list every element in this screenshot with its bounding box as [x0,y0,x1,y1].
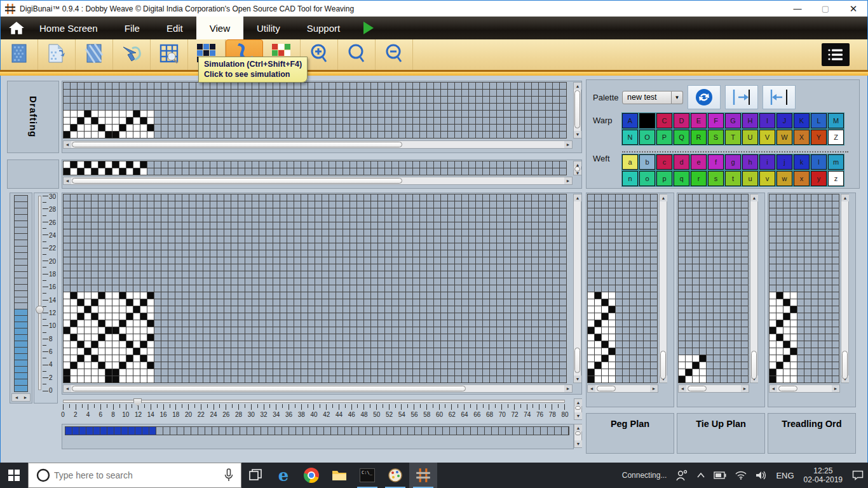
grid-cell[interactable] [85,299,91,306]
grid-cell[interactable] [385,97,391,103]
grid-cell[interactable] [301,306,308,313]
grid-cell[interactable] [168,327,175,334]
grid-cell[interactable] [203,271,210,278]
grid-cell[interactable] [217,348,224,355]
grid-cell[interactable] [832,222,839,229]
scroll-down-arrow[interactable]: ▼ [574,131,581,138]
grid-cell[interactable] [783,285,790,292]
grid-cell[interactable] [790,334,797,341]
grid-cell[interactable] [315,243,322,250]
scroll-up-arrow[interactable]: ▲ [574,424,582,431]
grid-cell[interactable] [434,201,440,208]
grid-cell[interactable] [217,271,224,278]
grid-cell[interactable] [224,292,231,299]
grid-cell[interactable] [273,271,280,278]
grid-cell[interactable] [259,83,266,89]
grid-cell[interactable] [343,278,349,285]
grid-cell[interactable] [350,208,356,215]
grid-cell[interactable] [770,299,776,306]
grid-cell[interactable] [168,222,175,229]
grid-cell[interactable] [231,83,238,89]
grid-cell[interactable] [420,161,426,168]
grid-cell[interactable] [623,341,629,348]
grid-cell[interactable] [210,257,217,264]
grid-cell[interactable] [133,334,140,341]
grid-cell[interactable] [273,376,280,383]
grid-cell[interactable] [525,334,531,341]
grid-cell[interactable] [560,306,566,313]
grid-cell[interactable] [462,194,468,201]
grid-cell[interactable] [406,299,412,306]
grid-cell[interactable] [280,161,287,168]
grid-cell[interactable] [64,132,70,138]
grid-cell[interactable] [371,222,377,229]
grid-cell[interactable] [483,355,489,362]
grid-cell[interactable] [301,125,308,131]
grid-cell[interactable] [539,257,545,264]
grid-cell[interactable] [203,334,210,341]
grid-cell[interactable] [203,161,210,168]
grid-cell[interactable] [511,118,517,124]
grid-cell[interactable] [140,168,147,175]
grid-cell[interactable] [490,313,496,320]
grid-cell[interactable] [140,194,147,201]
grid-cell[interactable] [462,362,468,369]
grid-cell[interactable] [224,118,231,124]
grid-cell[interactable] [294,271,301,278]
grid-cell[interactable] [525,355,531,362]
warp-bar-cell[interactable] [513,427,519,435]
grid-cell[interactable] [203,83,210,89]
grid-cell[interactable] [378,236,384,243]
grid-cell[interactable] [783,257,790,264]
grid-cell[interactable] [595,348,601,355]
grid-cell[interactable] [343,90,349,96]
grid-cell[interactable] [504,222,510,229]
grid-cell[interactable] [462,341,468,348]
grid-cell[interactable] [518,243,524,250]
grid-cell[interactable] [811,229,818,236]
grid-cell[interactable] [790,229,797,236]
grid-cell[interactable] [420,111,426,117]
grid-cell[interactable] [210,215,217,222]
grid-cell[interactable] [301,83,308,89]
grid-cell[interactable] [679,257,685,264]
grid-cell[interactable] [119,236,126,243]
grid-cell[interactable] [245,292,252,299]
grid-cell[interactable] [294,161,301,168]
scroll-up-arrow[interactable]: ▲ [841,194,849,201]
grid-cell[interactable] [427,236,433,243]
grid-cell[interactable] [825,201,832,208]
grid-cell[interactable] [462,118,468,124]
grid-cell[interactable] [483,250,489,257]
grid-cell[interactable] [651,201,657,208]
grid-cell[interactable] [832,278,839,285]
grid-cell[interactable] [448,201,454,208]
grid-cell[interactable] [385,341,391,348]
grid-cell[interactable] [406,334,412,341]
grid-cell[interactable] [189,111,196,117]
grid-cell[interactable] [252,208,259,215]
grid-cell[interactable] [64,278,70,285]
grid-cell[interactable] [92,194,98,201]
grid-cell[interactable] [721,313,727,320]
grid-cell[interactable] [308,250,315,257]
grid-cell[interactable] [168,208,175,215]
grid-cell[interactable] [595,376,601,383]
grid-cell[interactable] [154,285,161,292]
grid-cell[interactable] [322,376,329,383]
grid-cell[interactable] [518,111,524,117]
grid-cell[interactable] [259,334,266,341]
grid-cell[interactable] [105,201,112,208]
grid-cell[interactable] [490,236,496,243]
grid-cell[interactable] [350,257,356,264]
scroll-right-arrow[interactable]: ► [650,385,658,392]
grid-cell[interactable] [818,376,825,383]
grid-cell[interactable] [490,257,496,264]
grid-cell[interactable] [217,132,224,138]
grid-cell[interactable] [518,168,524,175]
grid-cell[interactable] [804,243,811,250]
grid-cell[interactable] [133,83,140,89]
grid-cell[interactable] [210,320,217,327]
grid-cell[interactable] [287,313,294,320]
grid-cell[interactable] [161,83,168,89]
